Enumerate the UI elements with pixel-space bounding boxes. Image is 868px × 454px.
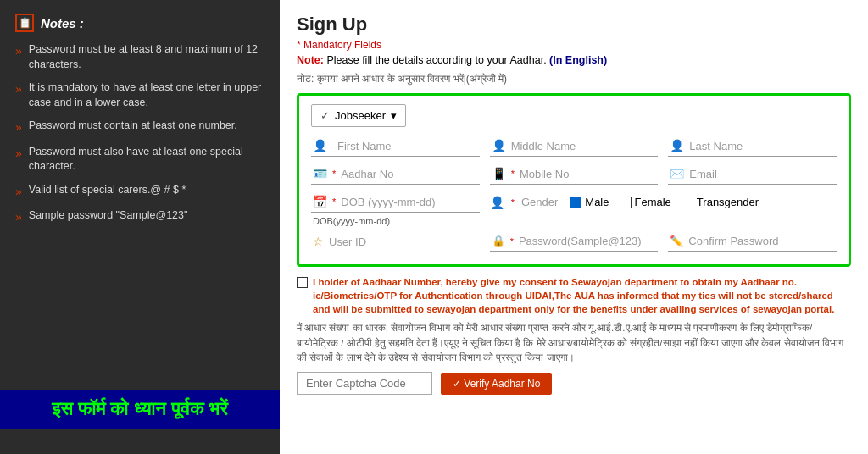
note-hindi: नोट: कृपया अपने आधार के अनुसार विवरण भरे…: [297, 73, 851, 85]
first-name-group: 👤 First Name: [311, 136, 480, 157]
note-item-5: » Valid list of special carers.@ # $ *: [15, 183, 264, 201]
note-item-3: » Password must contain at least one num…: [15, 119, 264, 136]
notes-icon: 📋: [15, 14, 34, 32]
email-group: ✉️ Email: [668, 163, 837, 185]
form-box: ✓ Jobseeker ▾ 👤 First Name 👤 Middle Name: [297, 93, 851, 267]
person-icon-last: 👤: [670, 139, 684, 152]
captcha-row: ✓ Verify Aadhar No: [297, 372, 851, 395]
mandatory-label: * Mandatory Fields: [297, 39, 851, 51]
confirm-password-group: ✏️ Confirm Password: [668, 231, 837, 252]
first-name-field[interactable]: 👤 First Name: [311, 136, 480, 157]
middle-name-group: 👤 Middle Name: [490, 136, 659, 157]
jobseeker-dropdown[interactable]: ✓ Jobseeker ▾: [311, 104, 406, 127]
notes-header: 📋 Notes :: [15, 14, 264, 32]
checkmark-icon: ✓: [320, 109, 330, 122]
gender-male[interactable]: Male: [570, 196, 609, 208]
female-checkbox[interactable]: [620, 197, 632, 208]
dob-gender-row: 📅 * DOB (yyyy-mm-dd) 👤 * Gender Male Fe: [311, 191, 837, 213]
aadhar-field[interactable]: 🪪 * Aadhar No: [311, 163, 480, 185]
person-add-icon: 👤: [313, 139, 327, 152]
consent-section: I holder of Aadhaar Number, hereby give …: [297, 275, 851, 365]
note-arrow-3: »: [15, 119, 22, 136]
password-field[interactable]: 🔒 * Password(Sample@123): [490, 231, 659, 252]
email-field[interactable]: ✉️ Email: [668, 163, 837, 185]
signup-title: Sign Up: [297, 14, 851, 36]
last-name-field[interactable]: 👤 Last Name: [668, 136, 837, 157]
star-icon: ☆: [313, 235, 324, 248]
note-arrow-6: »: [15, 209, 22, 226]
userid-group: ☆ User ID: [311, 231, 480, 252]
dob-hint: DOB(yyyy-mm-dd): [313, 216, 837, 226]
consent-row: I holder of Aadhaar Number, hereby give …: [297, 275, 851, 316]
aadhar-group: 🪪 * Aadhar No: [311, 163, 480, 185]
last-name-group: 👤 Last Name: [668, 136, 837, 157]
gender-female[interactable]: Female: [620, 196, 671, 208]
hindi-overlay: इस फॉर्म को ध्यान पूर्वक भरें: [0, 390, 280, 429]
consent-checkbox[interactable]: [297, 277, 308, 288]
contact-fields-row: 🪪 * Aadhar No 📱 * Mobile No ✉️ Email: [311, 163, 837, 185]
notes-title: Notes :: [41, 16, 84, 30]
note-arrow-1: »: [15, 43, 22, 60]
dob-group: 📅 * DOB (yyyy-mm-dd): [311, 191, 480, 213]
note-arrow-2: »: [15, 81, 22, 98]
hindi-consent: मैं आधार संख्या का धारक, सेवायोजन विभाग …: [297, 321, 851, 365]
note-item-6: » Sample password "Sample@123": [15, 208, 264, 226]
email-icon: ✉️: [670, 167, 684, 180]
confirm-password-field[interactable]: ✏️ Confirm Password: [668, 231, 837, 252]
right-panel: Sign Up * Mandatory Fields Note: Please …: [280, 0, 868, 454]
gender-icon: 👤: [490, 196, 504, 209]
userid-field[interactable]: ☆ User ID: [311, 231, 480, 252]
dropdown-row: ✓ Jobseeker ▾: [311, 104, 837, 127]
note-item-2: » It is mandatory to have at least one l…: [15, 80, 264, 110]
lock-icon: 🔒: [492, 235, 505, 247]
name-fields-row: 👤 First Name 👤 Middle Name 👤 Last Name: [311, 136, 837, 157]
credentials-row: ☆ User ID 🔒 * Password(Sample@123) ✏️ Co…: [311, 231, 837, 252]
chevron-down-icon: ▾: [391, 109, 397, 122]
male-checkbox[interactable]: [570, 197, 581, 208]
gender-transgender[interactable]: Transgender: [682, 196, 759, 208]
id-card-icon: 🪪: [313, 167, 327, 180]
gender-group: 👤 * Gender Male Female Transgender: [490, 196, 837, 209]
mobile-field[interactable]: 📱 * Mobile No: [490, 163, 659, 185]
note-arrow-5: »: [15, 184, 22, 201]
dob-field[interactable]: 📅 * DOB (yyyy-mm-dd): [311, 191, 480, 213]
person-icon-middle: 👤: [492, 139, 506, 152]
mobile-group: 📱 * Mobile No: [490, 163, 659, 185]
mobile-icon: 📱: [492, 167, 506, 180]
gender-options: Male Female Transgender: [570, 196, 759, 208]
note-item-4: » Password must also have at least one s…: [15, 145, 264, 174]
captcha-input[interactable]: [297, 372, 432, 395]
calendar-icon: 📅: [313, 195, 327, 208]
password-group: 🔒 * Password(Sample@123): [490, 231, 659, 252]
pencil-icon: ✏️: [670, 235, 683, 247]
transgender-checkbox[interactable]: [682, 197, 693, 208]
note-line: Note: Please fill the details according …: [297, 54, 851, 66]
note-arrow-4: »: [15, 146, 22, 163]
verify-aadhar-button[interactable]: ✓ Verify Aadhar No: [441, 373, 552, 395]
middle-name-field[interactable]: 👤 Middle Name: [490, 136, 659, 157]
left-panel: 📋 Notes : » Password must be at least 8 …: [0, 0, 280, 454]
note-item-1: » Password must be at least 8 and maximu…: [15, 42, 264, 72]
